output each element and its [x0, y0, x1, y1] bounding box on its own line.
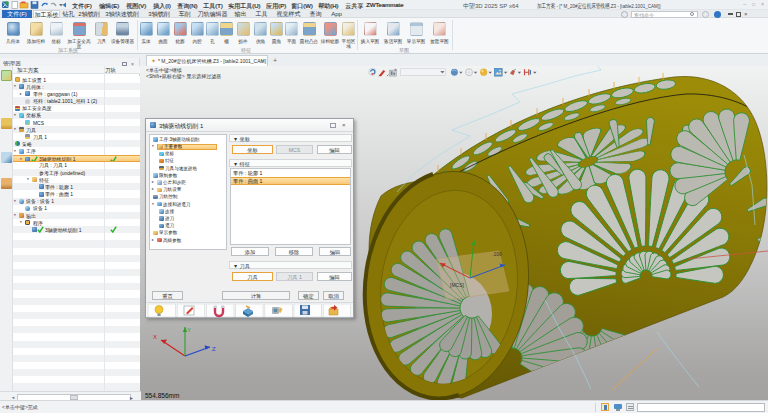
svg-text:.100: .100	[492, 251, 502, 257]
svg-text:[MCS]: [MCS]	[450, 282, 465, 288]
svg-text:Y: Y	[187, 327, 191, 333]
svg-text:X: X	[153, 334, 157, 340]
svg-text:Z: Z	[212, 346, 216, 352]
